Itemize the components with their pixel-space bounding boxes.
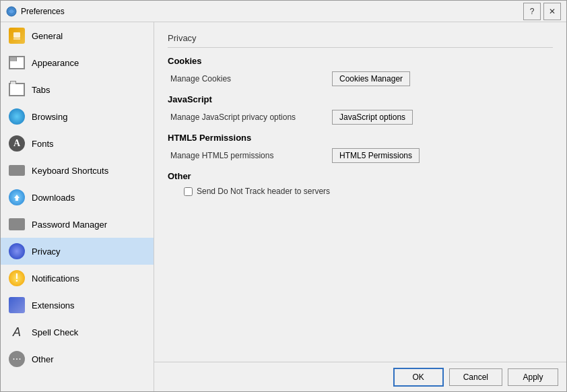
close-button[interactable]: ✕ bbox=[543, 3, 561, 20]
sidebar-label-spell-check: Spell Check bbox=[32, 327, 78, 337]
cancel-button[interactable]: Cancel bbox=[449, 368, 502, 386]
other-header: Other bbox=[168, 171, 553, 181]
html5-header: HTML5 Permissions bbox=[168, 133, 553, 143]
dnt-row: Send Do Not Track header to servers bbox=[168, 187, 553, 196]
html5-row: Manage HTML5 permissions HTML5 Permissio… bbox=[168, 148, 553, 163]
javascript-label: Manage JavaScript privacy options bbox=[170, 112, 332, 122]
titlebar: Preferences ? ✕ bbox=[1, 1, 566, 22]
sidebar-label-keyboard-shortcuts: Keyboard Shortcuts bbox=[32, 166, 108, 176]
general-icon bbox=[9, 28, 25, 44]
sidebar-item-spell-check[interactable]: A Spell Check bbox=[1, 319, 154, 346]
sidebar-item-browsing[interactable]: Browsing bbox=[1, 103, 154, 130]
javascript-header: JavaScript bbox=[168, 94, 553, 104]
sidebar-label-browsing: Browsing bbox=[32, 112, 67, 122]
html5-permissions-button[interactable]: HTML5 Permissions bbox=[332, 148, 420, 163]
sidebar-item-appearance[interactable]: Appearance bbox=[1, 49, 154, 76]
sidebar-label-fonts: Fonts bbox=[32, 139, 54, 149]
sidebar-item-extensions[interactable]: Extensions bbox=[1, 292, 154, 319]
sidebar-item-other[interactable]: ··· Other bbox=[1, 346, 154, 372]
sidebar-label-extensions: Extensions bbox=[32, 300, 75, 311]
other-icon: ··· bbox=[9, 351, 25, 367]
notifications-icon: ! bbox=[9, 270, 25, 286]
sidebar-item-downloads[interactable]: Downloads bbox=[1, 184, 154, 211]
sidebar-item-privacy[interactable]: Privacy bbox=[1, 238, 154, 265]
browsing-icon bbox=[9, 108, 25, 125]
downloads-icon bbox=[9, 189, 25, 205]
main-content: Privacy Cookies Manage Cookies Cookies M… bbox=[154, 22, 566, 362]
cookies-header: Cookies bbox=[168, 56, 553, 66]
cookies-label: Manage Cookies bbox=[170, 74, 332, 84]
app-icon bbox=[6, 6, 17, 17]
window-controls: ? ✕ bbox=[523, 3, 561, 20]
sidebar: General Appearance Tabs bbox=[1, 22, 154, 391]
sidebar-label-tabs: Tabs bbox=[32, 85, 50, 95]
dnt-checkbox[interactable] bbox=[184, 187, 193, 196]
bottom-bar: OK Cancel Apply bbox=[154, 362, 566, 391]
window-body: General Appearance Tabs bbox=[1, 22, 566, 391]
tabs-icon bbox=[9, 81, 25, 98]
appearance-icon bbox=[9, 55, 25, 71]
sidebar-label-password-manager: Password Manager bbox=[32, 220, 107, 230]
sidebar-item-password-manager[interactable]: Password Manager bbox=[1, 211, 154, 238]
sidebar-label-appearance: Appearance bbox=[32, 58, 79, 68]
html5-label: Manage HTML5 permissions bbox=[170, 151, 332, 160]
sidebar-item-fonts[interactable]: A Fonts bbox=[1, 130, 154, 157]
apply-button[interactable]: Apply bbox=[508, 368, 558, 386]
sidebar-item-tabs[interactable]: Tabs bbox=[1, 76, 154, 103]
preferences-window: Preferences ? ✕ General bbox=[0, 0, 567, 392]
svg-rect-2 bbox=[13, 38, 20, 40]
cookies-row: Manage Cookies Cookies Manager bbox=[168, 71, 553, 86]
sidebar-item-general[interactable]: General bbox=[1, 22, 154, 49]
sidebar-label-privacy: Privacy bbox=[32, 247, 61, 257]
svg-rect-1 bbox=[13, 32, 20, 38]
fonts-icon: A bbox=[9, 135, 25, 152]
section-title: Privacy bbox=[168, 33, 553, 48]
password-manager-icon bbox=[9, 216, 25, 232]
help-button[interactable]: ? bbox=[523, 3, 541, 20]
sidebar-label-other: Other bbox=[32, 354, 54, 364]
sidebar-label-downloads: Downloads bbox=[32, 193, 75, 203]
svg-marker-3 bbox=[14, 195, 20, 201]
extensions-icon bbox=[9, 297, 25, 313]
privacy-icon bbox=[9, 243, 25, 259]
spellcheck-icon: A bbox=[9, 324, 25, 340]
ok-button[interactable]: OK bbox=[393, 368, 444, 387]
sidebar-label-general: General bbox=[32, 31, 63, 41]
keyboard-shortcuts-icon bbox=[9, 162, 25, 178]
dnt-label[interactable]: Send Do Not Track header to servers bbox=[197, 187, 330, 196]
cookies-manager-button[interactable]: Cookies Manager bbox=[332, 71, 410, 86]
window-title: Preferences bbox=[21, 7, 523, 16]
sidebar-item-keyboard-shortcuts[interactable]: Keyboard Shortcuts bbox=[1, 157, 154, 184]
javascript-options-button[interactable]: JavaScript options bbox=[332, 110, 413, 125]
sidebar-label-notifications: Notifications bbox=[32, 273, 79, 284]
javascript-row: Manage JavaScript privacy options JavaSc… bbox=[168, 110, 553, 125]
main-area: Privacy Cookies Manage Cookies Cookies M… bbox=[154, 22, 566, 391]
sidebar-item-notifications[interactable]: ! Notifications bbox=[1, 265, 154, 292]
